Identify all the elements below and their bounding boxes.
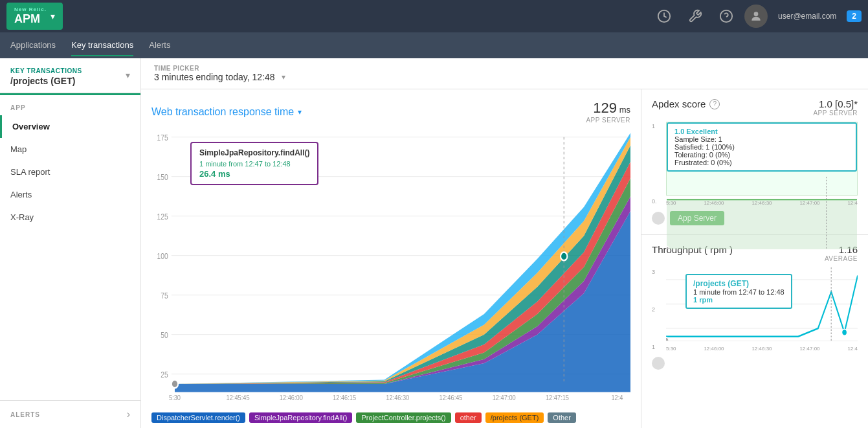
tooltip-title: SimpleJpaRepository.findAll() [199,148,309,157]
main-layout: KEY TRANSACTIONS /projects (GET) ▾ APP O… [0,58,868,428]
sidebar-header: KEY TRANSACTIONS /projects (GET) ▾ [0,58,140,93]
notification-badge[interactable]: 2 [847,10,862,22]
svg-point-27 [561,253,567,261]
nav-item-key-transactions[interactable]: Key transactions [71,35,133,56]
nav-item-applications[interactable]: Applications [10,35,56,56]
throughput-x-label-3: 12:46:30 [751,346,772,352]
svg-text:12:4: 12:4 [611,394,623,401]
svg-text:125: 125 [157,212,168,221]
tooltip-time: 1 minute from 12:47 to 12:48 [199,160,309,168]
svg-text:12:45:45: 12:45:45 [227,394,250,401]
apdex-toggle-button[interactable] [652,212,665,225]
throughput-tooltip: /projects (GET) 1 minute from 12:47 to 1… [685,274,792,309]
svg-text:12:46:15: 12:46:15 [333,394,356,401]
apdex-panel: Apdex score ? 1.0 [0.5]* APP SERVER 1 [641,89,868,235]
throughput-x-label-1: 5:30 [666,346,676,352]
charts-area: Web transaction response time ▾ 129 ms A… [141,89,868,428]
sidebar: KEY TRANSACTIONS /projects (GET) ▾ APP O… [0,58,141,428]
svg-text:12:46:45: 12:46:45 [440,394,463,401]
svg-text:150: 150 [157,173,168,181]
apdex-x-label-3: 12:46:30 [751,200,772,206]
sidebar-alerts-section[interactable]: ALERTS › [0,400,140,428]
avatar[interactable] [744,5,768,28]
sidebar-chevron-icon[interactable]: ▾ [126,67,130,80]
apdex-y1: 1 [652,123,665,130]
throughput-toggle-button[interactable] [652,357,665,370]
logo-line2: APM [14,12,47,26]
time-picker-label: TIME PICKER [154,65,285,72]
logo-chevron[interactable]: ▾ [50,11,55,21]
throughput-panel: Throughput ( rpm ) 1.16 AVERAGE 3 2 [641,235,868,428]
svg-text:12:47:15: 12:47:15 [546,394,569,401]
history-icon-btn[interactable] [651,3,677,29]
apdex-title: Apdex score ? [652,98,720,109]
svg-text:175: 175 [157,133,168,142]
throughput-x-label-2: 12:46:00 [704,346,724,352]
throughput-x-label-4: 12:47:00 [799,346,819,352]
sidebar-item-sla-report[interactable]: SLA report [0,161,140,183]
sidebar-key-trans-label: KEY TRANSACTIONS [10,67,126,74]
svg-text:50: 50 [161,331,168,339]
time-picker-chevron-icon[interactable]: ▾ [282,73,285,82]
legend-dispatcher[interactable]: DispatcherServlet.render() [151,412,245,423]
chart-legend: DispatcherServlet.render() SimpleJpaRepo… [151,412,630,423]
svg-text:75: 75 [161,291,168,300]
logo-button[interactable]: New Relic. APM ▾ [6,3,63,30]
apdex-y05: 0. [652,198,665,205]
sidebar-item-overview[interactable]: Overview [0,115,140,138]
sidebar-section-app-label: APP [0,95,140,115]
svg-point-3 [754,12,759,16]
right-panels: Apdex score ? 1.0 [0.5]* APP SERVER 1 [641,89,868,428]
sidebar-item-alerts[interactable]: Alerts [0,183,140,206]
chart-title: Web transaction response time ▾ [151,106,302,118]
top-navbar: New Relic. APM ▾ user@email.com 2 [0,0,868,32]
web-transaction-chart-panel: Web transaction response time ▾ 129 ms A… [141,89,641,428]
sidebar-item-map[interactable]: Map [0,138,140,161]
sidebar-alerts-chevron-icon: › [127,409,130,420]
user-name-label[interactable]: user@email.com [773,12,841,21]
time-picker-value: 3 minutes ending today, 12:48 [154,72,275,82]
apdex-x-label-1: 5:30 [666,200,676,206]
apdex-tooltip: 1.0 Excellent Sample Size: 1 Satisfied: … [667,122,857,172]
tooltip-value: 26.4 ms [199,169,309,179]
chart-tooltip: SimpleJpaRepository.findAll() 1 minute f… [190,142,318,185]
svg-text:12:46:30: 12:46:30 [386,394,409,401]
svg-point-26 [172,380,178,389]
svg-marker-37 [667,199,857,249]
throughput-y2: 2 [652,306,665,313]
svg-text:12:46:00: 12:46:00 [280,394,303,401]
svg-point-46 [842,329,847,335]
sidebar-alerts-label: ALERTS [10,411,40,418]
sidebar-app-name: /projects (GET) [10,76,126,86]
legend-other-gray[interactable]: Other [548,412,576,423]
legend-other-red[interactable]: other [455,412,482,423]
legend-projects-get[interactable]: /projects (GET) [485,412,544,423]
chart-svg-container: SimpleJpaRepository.findAll() 1 minute f… [151,129,630,409]
wrench-icon-btn[interactable] [682,3,708,29]
chart-title-chevron-icon[interactable]: ▾ [298,107,302,117]
svg-point-45 [666,337,669,341]
legend-projectcontroller[interactable]: ProjectController.projects() [356,412,451,423]
time-picker-bar: TIME PICKER 3 minutes ending today, 12:4… [141,58,868,89]
sidebar-item-xray[interactable]: X-Ray [0,206,140,229]
chart-metric: 129 ms APP SERVER [586,100,630,124]
apdex-x-label-5: 12:4 [847,200,858,206]
apdex-x-label-2: 12:46:00 [704,200,724,206]
apdex-score: 1.0 [0.5]* APP SERVER [813,98,858,117]
apdex-x-label-4: 12:47:00 [799,200,819,206]
apdex-info-icon[interactable]: ? [709,99,720,109]
throughput-y1: 1 [652,344,665,350]
throughput-y3: 3 [652,269,665,275]
legend-simplejpa[interactable]: SimpleJpaRepository.findAll() [249,412,352,423]
svg-text:12:47:00: 12:47:00 [493,394,516,401]
throughput-x-label-5: 12:4 [847,346,858,352]
nav-item-alerts[interactable]: Alerts [149,35,170,56]
svg-text:100: 100 [157,252,168,260]
logo-line1: New Relic. [14,6,47,12]
secondary-navbar: Applications Key transactions Alerts [0,32,868,58]
content-area: TIME PICKER 3 minutes ending today, 12:4… [141,58,868,428]
help-icon-btn[interactable] [713,3,739,29]
apdex-chart-svg [667,177,857,249]
svg-text:25: 25 [161,370,168,379]
svg-text:5:30: 5:30 [169,394,181,401]
